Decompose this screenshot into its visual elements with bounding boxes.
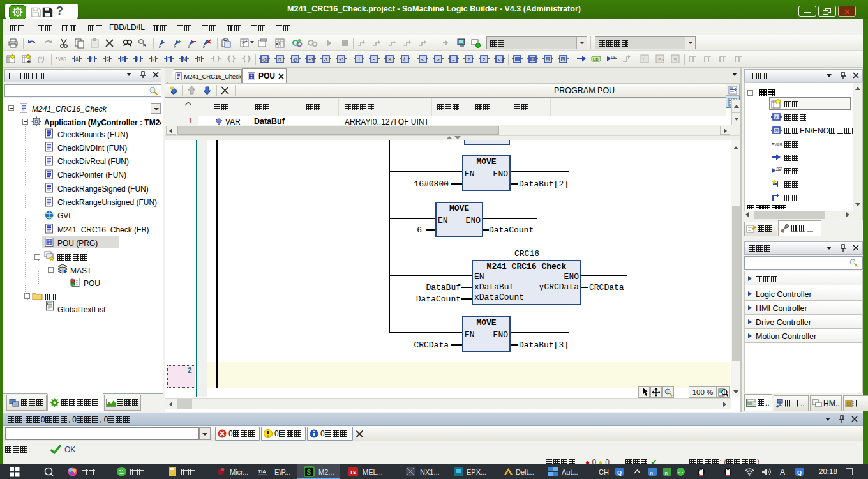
svg-text:RET: RET [777, 167, 782, 171]
svg-text:(*): (*) [38, 56, 45, 63]
svg-text:?: ? [531, 57, 534, 62]
svg-text:×: × [388, 56, 391, 63]
svg-text:LID: LID [593, 57, 599, 61]
svg-text:S: S [307, 469, 311, 476]
svg-text:S: S [106, 57, 109, 61]
svg-text:#: # [562, 57, 564, 62]
svg-text:/: / [91, 57, 92, 61]
svg-text:2: 2 [483, 57, 486, 63]
svg-text:RET: RET [611, 55, 617, 59]
svg-text:&l: &l [75, 57, 80, 61]
svg-text:+: + [357, 56, 361, 63]
svg-text:TS: TS [350, 469, 357, 475]
svg-text:TIA: TIA [258, 469, 266, 475]
svg-text:2: 2 [467, 57, 470, 63]
svg-text:Q: Q [617, 469, 622, 476]
svg-text:B: B [143, 43, 146, 48]
svg-text:Q: Q [797, 469, 802, 476]
svg-text:Pa: Pa [658, 57, 664, 63]
svg-text:O: O [278, 57, 281, 63]
svg-text:R: R [121, 57, 124, 61]
svg-text:<>: <> [498, 57, 504, 63]
svg-text:VAR: VAR [774, 142, 782, 147]
svg-text:n: n [650, 470, 653, 476]
svg-text:+1: +1 [308, 57, 314, 63]
svg-text:-: - [373, 56, 375, 63]
svg-text:S: S [673, 57, 677, 63]
svg-text:-1: -1 [324, 57, 328, 63]
svg-text:T: T [198, 57, 201, 61]
svg-text:I/: I/ [152, 57, 154, 61]
svg-text:n: n [665, 470, 668, 476]
svg-text:?!: ?! [775, 128, 779, 133]
svg-text:VAR: VAR [58, 57, 66, 61]
svg-text:@: @ [293, 57, 298, 63]
svg-text:=: = [452, 57, 455, 63]
svg-text:<: < [421, 57, 424, 63]
svg-text:N: N [183, 57, 186, 61]
svg-text:@: @ [262, 57, 267, 63]
svg-text:I: I [137, 57, 138, 61]
svg-text:?: ? [775, 115, 777, 119]
svg-text:>: > [437, 57, 440, 63]
svg-text:P: P [167, 57, 170, 61]
svg-text:±1: ±1 [339, 57, 344, 63]
svg-text:#: # [546, 57, 549, 62]
